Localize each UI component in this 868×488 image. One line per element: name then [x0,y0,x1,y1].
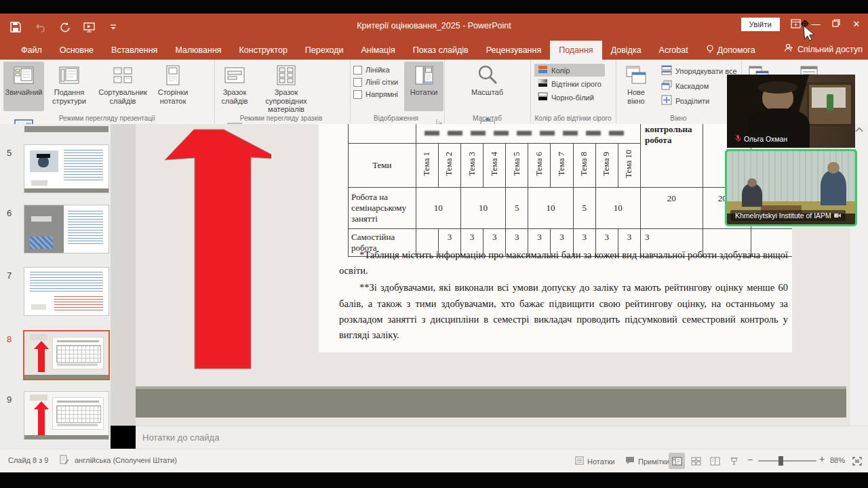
slide-thumbnail-7[interactable] [24,268,108,315]
ribbon-button-нове-вікно[interactable]: Нове вікно [619,62,653,111]
tab-рецензування[interactable]: Рецензування [477,41,550,60]
normal-view-icon [12,64,35,87]
ribbon-button-label: Зразок слайдів [218,88,251,105]
fit-slide-to-window-button[interactable] [849,453,865,469]
table-themes-label: Теми [349,144,416,188]
slide-thumbnail-5[interactable] [24,145,108,192]
proofing-icon[interactable] [60,455,69,466]
table-topic-header: Тема 5 [506,144,528,188]
share-button[interactable]: Спільний доступ [784,43,863,55]
slide-thumbnail-6[interactable] [24,205,108,253]
checkbox-напрямні[interactable]: Напрямні [353,88,398,100]
ribbon-group-window: Нове вікно Упорядкувати всеКаскадомРозді… [616,60,742,123]
table-seminar-control-value: 20 [640,188,703,229]
tab-показ-слайдів[interactable]: Показ слайдів [404,41,477,60]
checkbox-icon[interactable] [353,90,362,99]
notes-button-icon [412,64,435,87]
footnote-2: **Зі здобувачами, які виконали всі умови… [339,280,788,343]
group-label: Режими перегляду презентації [0,115,214,122]
ribbon-button-label: Каскадом [675,82,709,90]
new-window-icon [625,64,648,87]
reading-view-button[interactable] [707,453,723,469]
ribbon-button-відтінки-сірого[interactable]: Відтінки сірого [534,77,605,90]
zoom-in-button[interactable]: + [819,453,825,464]
checkbox-label: Напрямні [366,90,398,98]
tab-acrobat[interactable]: Acrobat [650,41,697,60]
notes-panel[interactable]: Нотатки до слайда [136,426,868,449]
outline-view-icon [58,64,81,87]
tab-анімація[interactable]: Анімація [353,41,404,60]
ribbon-tabs: ФайлОсновнеВставленняМалюванняКонструкто… [12,41,697,60]
tab-переходи[interactable]: Переходи [296,41,353,60]
tab-подання[interactable]: Подання [550,41,601,60]
close-button[interactable]: ✕ [849,19,864,29]
tab-малювання[interactable]: Малювання [166,41,230,60]
checkbox-icon[interactable] [353,78,362,87]
notes-toggle-button[interactable]: Нотатки [575,456,615,466]
ribbon-button-label: Сортувальник слайдів [97,88,149,105]
sign-in-button[interactable]: Увійти [741,18,780,31]
dialog-launcher-icon[interactable] [436,115,442,121]
video-tile-institute[interactable]: Khmelnytskyi Institute of IAPM [725,149,857,226]
mouse-cursor [795,19,819,45]
ribbon-button-зразок-слайдів[interactable]: Зразок слайдів [216,62,254,111]
red-arrow-shape[interactable] [149,127,271,371]
thumbnail-number: 9 [7,394,20,405]
slide-sorter-view-button[interactable] [688,453,704,469]
ribbon-button-label: Розділити [675,97,709,105]
arrange-all-icon [661,65,672,77]
letterbox-top [0,0,868,14]
title-bar: Критерії оцінювання_2025 - PowerPoint Ув… [0,14,868,41]
tab-довідка[interactable]: Довідка [602,41,650,60]
ribbon-button-подання-структури[interactable]: Подання структури [45,62,93,111]
language-status[interactable]: англійська (Сполучені Штати) [75,456,177,464]
slide-thumbnail-9[interactable] [24,392,108,439]
table-header-current-control [416,124,640,144]
ribbon-button-чорно-білий[interactable]: Чорно-білий [534,91,605,104]
ribbon-button-label: Масштаб [471,88,503,97]
slide-bottom-band [136,386,846,418]
thumbnail-number: 8 [7,334,20,344]
tab-help[interactable]: Допомога [697,41,764,60]
zoom-slider-track[interactable] [758,460,816,462]
zoom-out-button[interactable]: − [747,454,753,465]
panel-divider[interactable] [111,124,136,426]
table-topic-header: Тема 1 [416,144,438,188]
tab-основне[interactable]: Основне [51,41,102,60]
table-footnotes[interactable]: *Таблиця містить інформацію про максимал… [339,247,788,344]
slide-document-object[interactable]: контрольна роботабТемиТема 1Тема 2Тема 3… [319,124,792,352]
ribbon-button-масштаб[interactable]: Масштаб [467,62,508,111]
comments-toggle-button[interactable]: Примітки [625,456,669,466]
tab-вставлення[interactable]: Вставлення [102,41,166,60]
table-topic-header: Тема 4 [484,144,506,188]
table-seminar-value: 10 [460,188,505,229]
ribbon-group-presentation-views: ЗвичайнийПодання структуриСортувальник с… [0,60,215,123]
participant-name-tag: Ольга Охман [730,133,792,144]
tab-файл[interactable]: Файл [12,41,51,60]
ribbon-button-звичайний[interactable]: Звичайний [3,62,44,111]
ribbon-button-сторінки-нотаток[interactable]: Сторінки нотаток [153,62,193,111]
black-white-icon [538,92,548,102]
checkbox-label: Лінійка [366,66,390,74]
ribbon-button-зразок-супровідних-матеріалів[interactable]: Зразок супровідних матеріалів [255,62,317,115]
table-seminar-value: 10 [528,188,573,229]
cascade-icon [661,80,672,92]
checkbox-лінії-сітки[interactable]: Лінії сітки [353,76,398,88]
ribbon-button-label: Колір [551,66,570,75]
ribbon-button-нотатки[interactable]: Нотатки [404,62,443,111]
slideshow-view-button[interactable] [726,453,742,469]
checkbox-icon[interactable] [353,66,362,75]
normal-view-button[interactable] [669,453,685,469]
zoom-slider-thumb[interactable] [778,456,783,466]
zoom-level[interactable]: 88% [830,456,845,464]
group-label: Режими перегляду зразків [212,115,350,122]
ribbon-button-label: Чорно-білий [551,94,594,102]
ribbon-button-сортувальник-слайдів[interactable]: Сортувальник слайдів [94,62,151,111]
slide-thumbnail-8[interactable] [24,331,108,379]
video-tile-olha[interactable]: Ольга Охман [727,75,855,148]
person-icon [784,43,793,55]
tab-конструктор[interactable]: Конструктор [231,41,296,60]
ribbon-button-колір[interactable]: Колір [534,64,605,77]
restore-button[interactable] [829,19,844,29]
checkbox-лінійка[interactable]: Лінійка [353,64,398,76]
